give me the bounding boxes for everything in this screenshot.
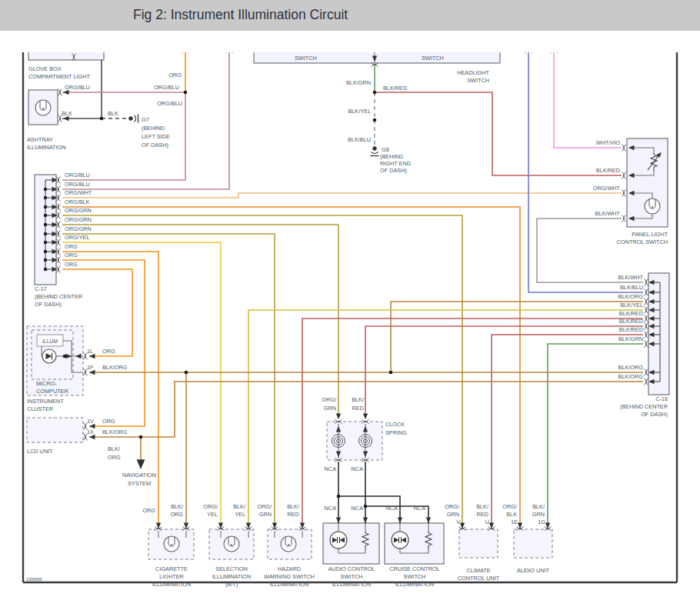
label: OF DASH) — [641, 411, 668, 418]
wire-blk_yel — [248, 310, 643, 526]
wire-wht_vio — [554, 49, 622, 148]
connector-pin-icon — [644, 323, 648, 330]
box-headlight-switch — [254, 35, 500, 63]
label: (A/T) — [225, 581, 238, 588]
box-climate-control-unit — [459, 529, 498, 558]
connector-pin-icon — [551, 48, 558, 52]
label: G8 — [382, 146, 389, 153]
label: YEL — [235, 511, 245, 518]
label: U — [485, 519, 489, 525]
label: BLK/RED — [619, 326, 643, 333]
label: NCA — [352, 505, 364, 512]
label: NCA — [352, 465, 364, 472]
junction-dot — [139, 435, 143, 439]
label: BLK/ — [532, 503, 545, 510]
label: RED — [288, 511, 299, 518]
label: BLK/GRN — [346, 79, 371, 86]
wire-org_grn — [62, 215, 462, 526]
label: ORG/ — [257, 503, 272, 510]
label: 195995 — [26, 576, 42, 582]
label: ILLUMINATION — [27, 144, 66, 151]
label: ORG/BLU — [154, 84, 179, 91]
connector-pin-icon — [644, 315, 648, 322]
label: C-18 — [655, 395, 668, 402]
diagram-layer: GLOVE BOXCOMPARTMENT LIGHTORG/BLUORGORG/… — [23, 35, 677, 588]
label: PANEL LIGHT — [632, 231, 668, 238]
box-audio-unit — [514, 529, 552, 558]
label: ORG — [102, 418, 115, 425]
label: ORG/BLU — [157, 100, 182, 107]
label: SPRING — [385, 429, 407, 436]
label: ORG/BLU — [65, 172, 90, 178]
wire-org_wht — [62, 193, 622, 198]
connector-pin-icon — [622, 172, 625, 179]
label: OF DASH) — [142, 142, 168, 148]
label: CLUSTER — [27, 405, 53, 412]
label: ORG — [65, 243, 78, 250]
wire-org_grn — [62, 225, 338, 418]
label: HEADLIGHT — [457, 69, 489, 76]
label: BLK/YEL — [348, 108, 371, 115]
connector-pin-icon — [644, 332, 648, 339]
label: SELECTION — [215, 565, 247, 572]
label: OF DASH) — [380, 167, 407, 174]
connector-pin-icon — [182, 48, 189, 52]
wire-blk_wht — [537, 218, 643, 282]
label: ORG — [65, 261, 78, 268]
label: SWITCH — [295, 55, 317, 62]
connector-pin-icon — [644, 279, 648, 286]
label: CONTROL UNIT — [458, 575, 500, 582]
box-glove-box-compartment-light — [28, 38, 104, 60]
label: BLK/BLU — [348, 136, 371, 143]
connector-pin-icon — [644, 289, 648, 296]
arrow-icon — [363, 518, 368, 524]
label: AUDIO UNIT — [517, 567, 550, 574]
label: ORG/YEL — [65, 234, 89, 241]
label: ORG/BLU — [65, 181, 90, 188]
label: 1L — [87, 348, 93, 355]
label: WHT/VIO — [596, 139, 621, 146]
label: NCA — [414, 505, 426, 512]
label: ORG/WHT — [65, 189, 92, 196]
wiring-diagram-canvas: GLOVE BOXCOMPARTMENT LIGHTORG/BLUORGORG/… — [0, 0, 700, 607]
label: BLK/GRN — [618, 335, 643, 342]
label: ILLUMINATION — [212, 573, 252, 580]
label: 1X — [87, 429, 94, 435]
label: CLOCK — [385, 421, 405, 428]
label: 1G — [538, 519, 545, 525]
box-clock-spring — [327, 422, 382, 460]
ground-icon — [371, 146, 379, 155]
label: AUDIO CONTROL — [328, 565, 375, 572]
label: ILLUM — [42, 339, 58, 344]
connector-pin-icon — [644, 341, 648, 348]
label: NCA — [325, 465, 337, 472]
label: BLK/ORG — [618, 373, 644, 380]
wire-blk_blu — [528, 49, 643, 292]
label: BLK/WHT — [595, 210, 621, 217]
connector-pin-icon — [622, 145, 625, 152]
label: ILLUMINATION — [395, 581, 435, 588]
label: OF DASH) — [35, 301, 62, 308]
label: NCA — [325, 505, 337, 512]
junction-dot — [337, 495, 341, 499]
label: LCD UNIT — [27, 448, 53, 455]
label: BLK/ — [171, 503, 184, 510]
label: ORG — [142, 507, 155, 514]
label: (BEHIND CENTER — [620, 403, 668, 410]
junction-dot — [184, 91, 188, 95]
label: (BEHIND — [142, 125, 165, 132]
label: ORG/GRN — [65, 216, 92, 223]
label: BLK/RED — [383, 85, 407, 92]
arrow-icon — [336, 518, 341, 524]
label: ORG — [170, 511, 183, 518]
label: BLK/RED — [619, 310, 643, 317]
label: BLK/ORG — [102, 429, 128, 435]
box-panel-light-control-switch — [627, 138, 668, 227]
label: ILLUMINATION — [332, 581, 372, 588]
label: YEL — [207, 511, 218, 518]
label: SWITCH — [467, 77, 489, 84]
label: SYSTEM — [128, 480, 151, 487]
label: SWITCH — [404, 573, 426, 580]
label: BLK/ — [233, 503, 246, 510]
label: BLK/ORG — [618, 364, 644, 371]
